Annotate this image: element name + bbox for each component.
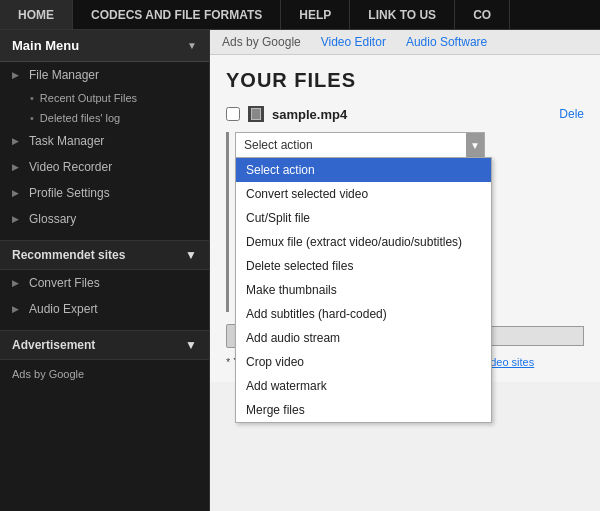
sidebar-item-recent-output[interactable]: • Recent Output Files bbox=[0, 88, 209, 108]
dropdown-item-thumbnails[interactable]: Make thumbnails bbox=[236, 278, 491, 302]
select-action-label: Select action bbox=[244, 138, 313, 152]
select-action-dropdown[interactable]: Select action ▼ bbox=[235, 132, 485, 158]
file-row: sample.mp4 Dele bbox=[226, 106, 584, 122]
dropdown-item-add-watermark[interactable]: Add watermark bbox=[236, 374, 491, 398]
triangle-icon: ▶ bbox=[12, 136, 19, 146]
page-title: YOUR FILES bbox=[226, 69, 584, 92]
triangle-icon: ▶ bbox=[12, 162, 19, 172]
triangle-icon: ▶ bbox=[12, 70, 19, 80]
dropdown-item-demux[interactable]: Demux file (extract video/audio/subtitle… bbox=[236, 230, 491, 254]
sidebar-sub-label: Recent Output Files bbox=[40, 92, 137, 104]
nav-home[interactable]: HOME bbox=[0, 0, 73, 29]
dropdown-arrow-icon: ▼ bbox=[466, 133, 484, 157]
sidebar-recommended-header[interactable]: Recommendet sites ▼ bbox=[0, 240, 209, 270]
sidebar-advertisement-label: Advertisement bbox=[12, 338, 95, 352]
sidebar-recommended-arrow: ▼ bbox=[185, 248, 197, 262]
sidebar-item-task-manager[interactable]: ▶ Task Manager bbox=[0, 128, 209, 154]
sidebar-advertisement-arrow: ▼ bbox=[185, 338, 197, 352]
file-type-icon bbox=[248, 106, 264, 122]
sidebar-main-menu-label: Main Menu bbox=[12, 38, 79, 53]
sidebar-item-audio-expert[interactable]: ▶ Audio Expert bbox=[0, 296, 209, 322]
select-action-row: Select action ▼ Select action Convert se… bbox=[226, 132, 584, 312]
sidebar-item-video-recorder[interactable]: ▶ Video Recorder bbox=[0, 154, 209, 180]
sidebar: Main Menu ▼ ▶ File Manager • Recent Outp… bbox=[0, 30, 210, 511]
dropdown-item-cut-split[interactable]: Cut/Split file bbox=[236, 206, 491, 230]
sidebar-item-label: Convert Files bbox=[29, 276, 100, 290]
dropdown-item-convert-video[interactable]: Convert selected video bbox=[236, 182, 491, 206]
triangle-icon: ▶ bbox=[12, 214, 19, 224]
file-select-checkbox[interactable] bbox=[226, 107, 240, 121]
dropdown-menu: Select action Convert selected video Cut… bbox=[235, 157, 492, 423]
sidebar-item-profile-settings[interactable]: ▶ Profile Settings bbox=[0, 180, 209, 206]
sidebar-item-label: Audio Expert bbox=[29, 302, 98, 316]
sidebar-item-label: Task Manager bbox=[29, 134, 104, 148]
sidebar-sub-label: Deleted files' log bbox=[40, 112, 120, 124]
file-name: sample.mp4 bbox=[272, 107, 551, 122]
sidebar-item-label: Profile Settings bbox=[29, 186, 110, 200]
sidebar-item-convert-files[interactable]: ▶ Convert Files bbox=[0, 270, 209, 296]
dropdown-item-delete-files[interactable]: Delete selected files bbox=[236, 254, 491, 278]
ads-by-google-label: Ads by Google bbox=[12, 368, 84, 380]
delete-link[interactable]: Dele bbox=[559, 107, 584, 121]
dropdown-item-add-audio[interactable]: Add audio stream bbox=[236, 326, 491, 350]
ads-audio-software-link[interactable]: Audio Software bbox=[406, 35, 487, 49]
sidebar-item-file-manager[interactable]: ▶ File Manager bbox=[0, 62, 209, 88]
main-content: Ads by Google Video Editor Audio Softwar… bbox=[210, 30, 600, 511]
sidebar-item-glossary[interactable]: ▶ Glossary bbox=[0, 206, 209, 232]
sidebar-item-deleted-log[interactable]: • Deleted files' log bbox=[0, 108, 209, 128]
triangle-icon: ▶ bbox=[12, 188, 19, 198]
sidebar-recommended-section: ▶ Convert Files ▶ Audio Expert bbox=[0, 270, 209, 322]
nav-help[interactable]: HELP bbox=[281, 0, 350, 29]
sidebar-main-section: ▶ File Manager • Recent Output Files • D… bbox=[0, 62, 209, 232]
sidebar-item-label: Video Recorder bbox=[29, 160, 112, 174]
layout: Main Menu ▼ ▶ File Manager • Recent Outp… bbox=[0, 30, 600, 511]
ads-video-editor-link[interactable]: Video Editor bbox=[321, 35, 386, 49]
dropdown-item-merge-files[interactable]: Merge files bbox=[236, 398, 491, 422]
ads-bar-label: Ads by Google bbox=[222, 35, 301, 49]
triangle-icon: ▶ bbox=[12, 278, 19, 288]
sidebar-item-label: Glossary bbox=[29, 212, 76, 226]
top-navigation: HOME CODECS AND FILE FORMATS HELP LINK T… bbox=[0, 0, 600, 30]
bullet-icon: • bbox=[30, 92, 34, 104]
file-icon-shape bbox=[251, 108, 261, 120]
triangle-icon: ▶ bbox=[12, 304, 19, 314]
dropdown-container: Select action ▼ Select action Convert se… bbox=[235, 132, 584, 158]
nav-co[interactable]: CO bbox=[455, 0, 510, 29]
vertical-bar bbox=[226, 132, 229, 312]
nav-codecs[interactable]: CODECS AND FILE FORMATS bbox=[73, 0, 281, 29]
sidebar-main-menu-arrow: ▼ bbox=[187, 40, 197, 51]
dropdown-item-crop-video[interactable]: Crop video bbox=[236, 350, 491, 374]
rename-input[interactable] bbox=[484, 326, 584, 346]
sidebar-recommended-label: Recommendet sites bbox=[12, 248, 125, 262]
dropdown-item-add-subtitles[interactable]: Add subtitles (hard-coded) bbox=[236, 302, 491, 326]
ads-bar: Ads by Google Video Editor Audio Softwar… bbox=[210, 30, 600, 55]
sidebar-main-menu-header[interactable]: Main Menu ▼ bbox=[0, 30, 209, 62]
nav-link-to-us[interactable]: LINK TO US bbox=[350, 0, 455, 29]
sidebar-advertisement-header[interactable]: Advertisement ▼ bbox=[0, 330, 209, 360]
sidebar-item-label: File Manager bbox=[29, 68, 99, 82]
bullet-icon: • bbox=[30, 112, 34, 124]
sidebar-ads-by-google: Ads by Google bbox=[0, 360, 209, 388]
content-area: YOUR FILES sample.mp4 Dele Select action… bbox=[210, 55, 600, 382]
dropdown-item-select-action[interactable]: Select action bbox=[236, 158, 491, 182]
